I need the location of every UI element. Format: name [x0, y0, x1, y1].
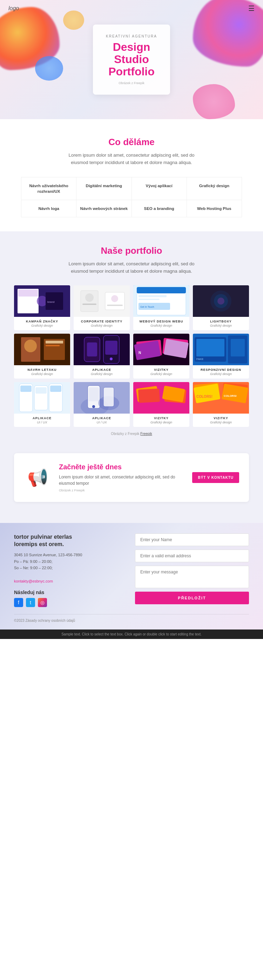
portfolio-type-12: Grafický design — [193, 421, 249, 427]
footer-address: 3045 10 Sunrize Avenue, 123-456-7890 Po … — [14, 552, 128, 584]
portfolio-type-3: Grafický design — [133, 324, 190, 330]
hero-card: KREATIVNÍ AGENTURA Design Studio Portfol… — [93, 24, 170, 95]
blob-4 — [193, 84, 235, 119]
portfolio-freepik: Obrázky z Freepik Freepik — [14, 432, 249, 443]
footer: tortor pulvinar eterlas loremips est ore… — [0, 523, 263, 629]
svg-rect-59 — [89, 387, 99, 401]
portfolio-thumb-12: COLORS! COLORSI — [193, 382, 249, 414]
portfolio-item-6[interactable]: APLIKACE Grafický design — [73, 334, 130, 379]
portfolio-type-9: UI / UX — [14, 421, 70, 427]
portfolio-description: Lorem ipsum dolor sit amet, consectetur … — [61, 261, 202, 275]
footer-left: tortor pulvinar eterlas loremips est ore… — [14, 533, 128, 607]
svg-rect-12 — [107, 305, 123, 306]
svg-rect-48 — [231, 339, 245, 356]
portfolio-item-5[interactable]: NÁVRH LETÁKU Grafický design — [14, 334, 70, 379]
submit-button[interactable]: PŘEDLOŽIT — [135, 592, 249, 604]
portfolio-label-4: LIGHTBOXY — [193, 317, 249, 324]
cta-freepik: Obrázek z Freepik — [59, 488, 185, 492]
portfolio-section: Naše portfolio Lorem ipsum dolor sit ame… — [0, 231, 263, 450]
message-input[interactable] — [135, 566, 249, 588]
footer-form: PŘEDLOŽIT — [135, 533, 249, 607]
services-title: Co děláme — [21, 137, 242, 148]
portfolio-type-6: Grafický design — [73, 372, 130, 379]
cta-button[interactable]: BÝT V KONTAKTU — [192, 472, 239, 483]
bottom-bar: Sample text. Click to select the text bo… — [0, 630, 263, 639]
portfolio-item-8[interactable]: FAKE RESPONZIVNÍ DESIGN Grafický design — [193, 334, 249, 379]
portfolio-grid: brand KAMPAŇ ZNAČKY Grafický design CORP… — [14, 285, 249, 427]
portfolio-label-9: APLIKACE — [14, 414, 70, 421]
svg-text:Get In Touch: Get In Touch — [140, 305, 154, 308]
svg-rect-35 — [105, 341, 118, 355]
portfolio-label-10: APLIKACE — [73, 414, 130, 421]
portfolio-thumb-8: FAKE — [193, 334, 249, 365]
service-item-5: Návrh loga — [21, 200, 77, 217]
services-section: Co děláme Lorem ipsum dolor sit amet, co… — [0, 119, 263, 231]
hamburger-menu-icon[interactable]: ☰ — [248, 4, 255, 13]
portfolio-item-11[interactable]: VIZITKY Grafický design — [133, 382, 190, 427]
svg-rect-15 — [137, 287, 186, 293]
svg-point-8 — [85, 293, 94, 302]
svg-point-27 — [24, 340, 37, 352]
name-input[interactable] — [135, 533, 249, 546]
blob-2 — [35, 56, 63, 81]
svg-rect-24 — [193, 285, 249, 317]
footer-grid: tortor pulvinar eterlas loremips est ore… — [14, 533, 249, 607]
service-item-1: Návrh uživatelského rozhraní/UX — [21, 177, 77, 200]
svg-text:N: N — [139, 351, 141, 355]
svg-rect-55 — [50, 385, 61, 392]
portfolio-item-1[interactable]: brand KAMPAŇ ZNAČKY Grafický design — [14, 285, 70, 330]
portfolio-type-4: Grafický design — [193, 324, 249, 330]
svg-rect-30 — [46, 345, 60, 346]
svg-rect-54 — [35, 387, 47, 394]
portfolio-item-3[interactable]: Get In Touch WEBOVÝ DESIGN WEBU Grafický… — [133, 285, 190, 330]
svg-text:COLORSI: COLORSI — [224, 394, 236, 398]
portfolio-label-12: VIZITKY — [193, 414, 249, 421]
svg-rect-33 — [87, 342, 97, 356]
svg-rect-53 — [20, 385, 32, 392]
portfolio-type-10: UI / UX — [73, 421, 130, 427]
portfolio-label-7: VIZITKY — [133, 365, 190, 372]
portfolio-type-11: Grafický design — [133, 421, 190, 427]
service-item-6: Návrh webových stránek — [77, 200, 132, 217]
svg-point-11 — [111, 295, 118, 302]
portfolio-thumb-11 — [133, 382, 190, 414]
svg-point-60 — [92, 405, 95, 408]
twitter-icon[interactable]: t — [26, 598, 35, 607]
portfolio-item-2[interactable]: CORPORATE IDENTITY Grafický design — [73, 285, 130, 330]
portfolio-type-5: Grafický design — [14, 372, 70, 379]
header: logo ☰ — [0, 0, 263, 17]
cta-section: 📢 Začněte ještě dnes Lorem ipsum dolor s… — [14, 453, 249, 502]
portfolio-item-7[interactable]: N VIZITKY Grafický design — [133, 334, 190, 379]
svg-text:FAKE: FAKE — [196, 358, 203, 361]
footer-address-title: tortor pulvinar eterlas loremips est ore… — [14, 533, 128, 548]
portfolio-type-1: Grafický design — [14, 324, 70, 330]
portfolio-item-4[interactable]: LIGHTBOXY Grafický design — [193, 285, 249, 330]
portfolio-thumb-5 — [14, 334, 70, 365]
portfolio-thumb-9 — [14, 382, 70, 414]
instagram-icon[interactable]: ◎ — [38, 598, 47, 607]
portfolio-item-12[interactable]: COLORS! COLORSI VIZITKY Grafický design — [193, 382, 249, 427]
social-icons: f t ◎ — [14, 598, 128, 607]
services-description: Lorem ipsum dolor sit amet, consectetur … — [61, 152, 202, 167]
service-item-8: Web Hosting Plus — [187, 200, 242, 217]
hero-title: Design Studio Portfolio — [105, 41, 158, 78]
portfolio-item-10[interactable]: APLIKACE UI / UX — [73, 382, 130, 427]
svg-rect-2 — [18, 290, 38, 296]
portfolio-thumb-3: Get In Touch — [133, 285, 190, 317]
portfolio-thumb-6 — [73, 334, 130, 365]
email-input[interactable] — [135, 550, 249, 562]
service-item-2: Digitální marketing — [77, 177, 132, 200]
portfolio-label-11: VIZITKY — [133, 414, 190, 421]
portfolio-label-2: CORPORATE IDENTITY — [73, 317, 130, 324]
svg-rect-9 — [83, 304, 96, 305]
portfolio-type-7: Grafický design — [133, 372, 190, 379]
portfolio-label-8: RESPONZIVNÍ DESIGN — [193, 365, 249, 372]
portfolio-title: Naše portfolio — [14, 245, 249, 256]
footer-email-link[interactable]: kontakty@esbnyc.com — [14, 579, 53, 583]
portfolio-label-5: NÁVRH LETÁKU — [14, 365, 70, 372]
portfolio-item-9[interactable]: APLIKACE UI / UX — [14, 382, 70, 427]
svg-text:COLORS!: COLORS! — [196, 395, 212, 399]
cta-icon-wrap: 📢 — [24, 468, 52, 488]
facebook-icon[interactable]: f — [14, 598, 23, 607]
cta-description: Lorem ipsum dolor sit amet, consectetur … — [59, 474, 185, 487]
